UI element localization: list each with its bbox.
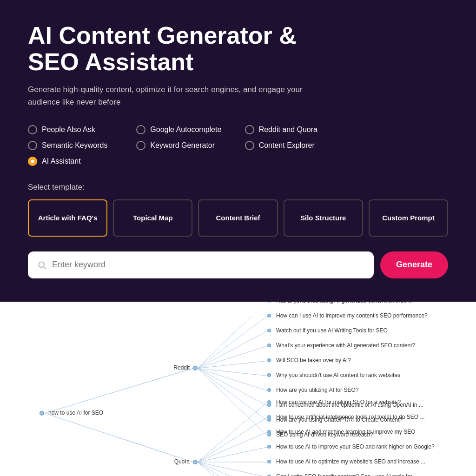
template-topical-map[interactable]: Topical Map — [113, 199, 192, 237]
search-row: Generate — [28, 251, 448, 278]
node-dot — [267, 344, 271, 347]
radio-content-explorer[interactable]: Content Explorer — [245, 141, 353, 150]
radio-label-ai-assistant: AI Assistant — [42, 157, 81, 165]
svg-line-11 — [198, 368, 267, 405]
node-label: Why you shouldn't use AI content to rank… — [276, 372, 400, 378]
svg-line-16 — [198, 432, 267, 462]
hero-section: AI Content Generator & SEO Assistant Gen… — [0, 0, 476, 302]
svg-line-8 — [198, 361, 267, 368]
svg-line-12 — [198, 368, 267, 420]
svg-line-7 — [198, 346, 267, 368]
node-dot — [267, 302, 271, 303]
radio-circle-reddit-and-quora — [245, 125, 254, 134]
radio-circle-keyword-generator — [136, 141, 145, 150]
page-title: AI Content Generator & SEO Assistant — [28, 22, 353, 75]
svg-line-6 — [198, 331, 267, 368]
node-dot — [267, 373, 271, 377]
radio-ai-assistant[interactable]: AI Assistant — [28, 157, 136, 166]
node-label: How to use AI and machine learning to im… — [276, 429, 415, 435]
node-label: how to use AI for SEO — [48, 410, 103, 416]
search-icon — [37, 260, 46, 270]
node-dot — [267, 460, 271, 463]
node-dot — [267, 314, 271, 317]
node-dot — [267, 430, 271, 434]
node-label: Quora — [174, 458, 190, 465]
node-dot — [193, 460, 198, 464]
radio-label-google-autocomplete: Google Autocomplete — [150, 126, 221, 134]
radio-circle-semantic-keywords — [28, 141, 37, 150]
radio-semantic-keywords[interactable]: Semantic Keywords — [28, 141, 136, 150]
radio-keyword-generator[interactable]: Keyword Generator — [136, 141, 245, 150]
node-dot — [40, 411, 44, 416]
radio-label-reddit-and-quora: Reddit and Quora — [259, 126, 317, 134]
svg-line-5 — [198, 316, 267, 368]
svg-line-13 — [198, 368, 267, 435]
svg-line-3 — [45, 413, 193, 462]
svg-line-19 — [198, 462, 267, 476]
svg-line-1 — [44, 266, 46, 269]
node-dot — [267, 358, 271, 362]
diagram-section: how to use AI for SEORedditHas anyone tr… — [0, 302, 476, 476]
svg-line-9 — [198, 368, 267, 376]
node-dot — [267, 329, 271, 332]
radio-circle-people-also-ask — [28, 125, 37, 134]
node-label: How are you utilizing AI for SEO? — [276, 387, 358, 393]
node-label: How to use artificial intelligence tools… — [276, 414, 424, 420]
search-input-wrap — [28, 251, 374, 278]
svg-line-10 — [198, 368, 267, 390]
radio-circle-ai-assistant — [28, 157, 37, 166]
node-label: Has anyone tried using AI-generated cont… — [276, 302, 413, 304]
node-label: Reddit — [173, 364, 190, 371]
svg-line-2 — [45, 368, 193, 413]
template-content-brief[interactable]: Content Brief — [198, 199, 278, 237]
radio-label-keyword-generator: Keyword Generator — [150, 141, 215, 150]
template-silo-structure[interactable]: Silo Structure — [284, 199, 363, 237]
node-label: How can I use AI to improve my content's… — [276, 312, 428, 319]
radio-options-grid: People Also Ask Google Autocomplete Redd… — [28, 125, 353, 166]
template-label: Select template: — [28, 183, 448, 192]
template-custom-prompt[interactable]: Custom Prompt — [369, 199, 448, 237]
node-label: How to use AI to optimize my website's S… — [276, 458, 425, 465]
radio-label-content-explorer: Content Explorer — [259, 141, 315, 150]
radio-reddit-and-quora[interactable]: Reddit and Quora — [245, 125, 353, 134]
template-grid: Article with FAQ's Topical Map Content B… — [28, 199, 448, 237]
radio-people-also-ask[interactable]: People Also Ask — [28, 125, 136, 134]
node-dot — [267, 400, 271, 404]
node-label: Can I write SEO-friendly content? Can I … — [276, 473, 418, 476]
radio-google-autocomplete[interactable]: Google Autocomplete — [136, 125, 245, 134]
node-dot — [193, 366, 198, 370]
radio-circle-content-explorer — [245, 141, 254, 150]
node-label: How to use AI to improve your SEO and ra… — [276, 443, 435, 450]
radio-label-people-also-ask: People Also Ask — [42, 126, 95, 134]
template-article-faq[interactable]: Article with FAQ's — [28, 199, 107, 237]
node-label: Watch out if you use AI Writing Tools fo… — [276, 327, 388, 334]
svg-line-17 — [198, 447, 267, 462]
node-dot — [267, 388, 271, 392]
node-dot — [267, 415, 271, 419]
generate-button[interactable]: Generate — [380, 251, 448, 278]
hero-subtitle: Generate high-quality content, optimize … — [28, 84, 316, 108]
diagram-svg — [0, 316, 476, 476]
search-input[interactable] — [52, 260, 364, 270]
svg-line-14 — [198, 403, 267, 462]
diagram-container: how to use AI for SEORedditHas anyone tr… — [0, 316, 476, 476]
radio-label-semantic-keywords: Semantic Keywords — [42, 141, 107, 150]
node-label: Will SEO be taken over by AI? — [276, 357, 351, 364]
radio-circle-google-autocomplete — [136, 125, 145, 134]
svg-line-15 — [198, 417, 267, 462]
node-label: How can we use AI for making SEO for a w… — [276, 399, 401, 405]
node-label: What's your experience with AI generated… — [276, 342, 415, 349]
node-dot — [267, 445, 271, 449]
